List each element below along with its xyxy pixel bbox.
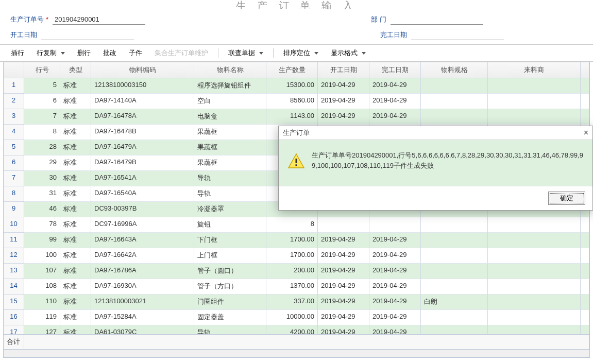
- data-cell[interactable]: [421, 109, 488, 125]
- column-header[interactable]: 开工日期: [318, 62, 369, 78]
- dept-input[interactable]: [391, 14, 483, 25]
- data-cell[interactable]: 31: [24, 186, 60, 202]
- data-cell[interactable]: [581, 310, 589, 325]
- table-row[interactable]: 15110标准12138100003021门圈组件337.002019-04-2…: [4, 294, 589, 310]
- data-cell[interactable]: 导轨: [194, 186, 266, 202]
- data-cell[interactable]: 2019-04-29: [318, 325, 369, 334]
- data-cell[interactable]: DA97-15284A: [91, 310, 194, 325]
- data-cell[interactable]: 果蔬框: [194, 140, 266, 155]
- copy-row-button[interactable]: 行复制: [31, 47, 71, 59]
- column-header[interactable]: 物料编码: [91, 62, 194, 78]
- data-cell[interactable]: 2019-04-29: [318, 279, 369, 294]
- data-cell[interactable]: 标准: [60, 264, 91, 279]
- data-cell[interactable]: 78: [24, 217, 60, 233]
- data-cell[interactable]: 5: [24, 78, 60, 94]
- data-cell[interactable]: 下门框: [194, 233, 266, 248]
- data-cell[interactable]: [581, 248, 589, 264]
- data-cell[interactable]: 冷凝器罩: [194, 202, 266, 217]
- order-no-input[interactable]: [53, 14, 145, 25]
- data-cell[interactable]: [488, 310, 581, 325]
- data-cell[interactable]: DA61-03079C: [91, 325, 194, 334]
- data-cell[interactable]: 标准: [60, 109, 91, 125]
- table-row[interactable]: 1078标准DC97-16996A旋钮8: [4, 217, 589, 233]
- data-cell[interactable]: 标准: [60, 217, 91, 233]
- data-cell[interactable]: 空白: [194, 94, 266, 109]
- horizontal-scrollbar[interactable]: [4, 349, 589, 357]
- data-cell[interactable]: 46: [24, 202, 60, 217]
- data-cell[interactable]: 2019-04-29: [369, 279, 421, 294]
- data-cell[interactable]: [421, 94, 488, 109]
- insert-row-button[interactable]: 插行: [5, 47, 30, 59]
- data-cell[interactable]: 上门框: [194, 248, 266, 264]
- child-button[interactable]: 子件: [123, 47, 148, 59]
- table-row[interactable]: 1199标准DA97-16643A下门框1700.002019-04-29201…: [4, 233, 589, 248]
- data-cell[interactable]: 30: [24, 171, 60, 186]
- data-cell[interactable]: 1370.00: [266, 279, 318, 294]
- column-header[interactable]: 物料名称: [194, 62, 266, 78]
- data-cell[interactable]: 标准: [60, 294, 91, 310]
- data-cell[interactable]: 107: [24, 264, 60, 279]
- data-cell[interactable]: 2019-04-29: [369, 264, 421, 279]
- data-cell[interactable]: [488, 279, 581, 294]
- data-cell[interactable]: 6: [24, 94, 60, 109]
- data-cell[interactable]: DA97-14140A: [91, 94, 194, 109]
- data-cell[interactable]: [581, 325, 589, 334]
- data-cell[interactable]: 2019-04-29: [369, 109, 421, 125]
- data-cell[interactable]: [421, 248, 488, 264]
- data-cell[interactable]: 10000.00: [266, 310, 318, 325]
- data-cell[interactable]: 2019-04-29: [318, 310, 369, 325]
- data-cell[interactable]: [488, 109, 581, 125]
- table-row[interactable]: 14108标准DA97-16930A管子（方口）1370.002019-04-2…: [4, 279, 589, 294]
- data-cell[interactable]: [488, 78, 581, 94]
- table-row[interactable]: 37标准DA97-16478A电脑盒1143.002019-04-292019-…: [4, 109, 589, 125]
- data-cell[interactable]: 电脑盒: [194, 109, 266, 125]
- data-cell[interactable]: 2019-04-29: [369, 78, 421, 94]
- table-row[interactable]: 12100标准DA97-16642A上门框1700.002019-04-2920…: [4, 248, 589, 264]
- table-row[interactable]: 17127标准DA61-03079C导轨4200.002019-04-29201…: [4, 325, 589, 334]
- data-cell[interactable]: 标准: [60, 186, 91, 202]
- data-cell[interactable]: [581, 279, 589, 294]
- data-cell[interactable]: 108: [24, 279, 60, 294]
- data-cell[interactable]: [488, 233, 581, 248]
- data-cell[interactable]: 12138100003021: [91, 294, 194, 310]
- data-cell[interactable]: [581, 109, 589, 125]
- data-cell[interactable]: 导轨: [194, 171, 266, 186]
- data-cell[interactable]: 337.00: [266, 294, 318, 310]
- data-cell[interactable]: 白朗: [421, 294, 488, 310]
- start-date-input[interactable]: [41, 30, 134, 40]
- data-cell[interactable]: 2019-04-29: [318, 233, 369, 248]
- data-cell[interactable]: 标准: [60, 125, 91, 140]
- data-cell[interactable]: 127: [24, 325, 60, 334]
- column-header[interactable]: 行号: [24, 62, 60, 78]
- data-cell[interactable]: 1700.00: [266, 248, 318, 264]
- data-cell[interactable]: [581, 233, 589, 248]
- data-cell[interactable]: 1143.00: [266, 109, 318, 125]
- data-cell[interactable]: DA97-16540A: [91, 186, 194, 202]
- data-cell[interactable]: [581, 217, 589, 233]
- data-cell[interactable]: 2019-04-29: [369, 94, 421, 109]
- data-cell[interactable]: 管子（方口）: [194, 279, 266, 294]
- data-cell[interactable]: 标准: [60, 140, 91, 155]
- data-cell[interactable]: [421, 233, 488, 248]
- data-cell[interactable]: 2019-04-29: [318, 294, 369, 310]
- data-cell[interactable]: 29: [24, 155, 60, 171]
- data-cell[interactable]: 2019-04-29: [369, 325, 421, 334]
- data-cell[interactable]: DA97-16541A: [91, 171, 194, 186]
- data-cell[interactable]: 标准: [60, 310, 91, 325]
- data-cell[interactable]: [369, 217, 421, 233]
- data-cell[interactable]: 标准: [60, 78, 91, 94]
- data-cell[interactable]: [488, 94, 581, 109]
- data-cell[interactable]: 2019-04-29: [318, 109, 369, 125]
- column-header[interactable]: 完工日期: [369, 62, 421, 78]
- data-cell[interactable]: 标准: [60, 325, 91, 334]
- data-cell[interactable]: DA97-16643A: [91, 233, 194, 248]
- column-header[interactable]: 物料规格: [421, 62, 488, 78]
- table-row[interactable]: 26标准DA97-14140A空白8560.002019-04-292019-0…: [4, 94, 589, 109]
- data-cell[interactable]: 标准: [60, 233, 91, 248]
- data-cell[interactable]: 管子（圆口）: [194, 264, 266, 279]
- data-cell[interactable]: DA97-16478A: [91, 109, 194, 125]
- end-date-input[interactable]: [411, 30, 504, 40]
- data-cell[interactable]: [488, 294, 581, 310]
- data-cell[interactable]: 2019-04-29: [318, 248, 369, 264]
- column-header[interactable]: 生产数量: [266, 62, 318, 78]
